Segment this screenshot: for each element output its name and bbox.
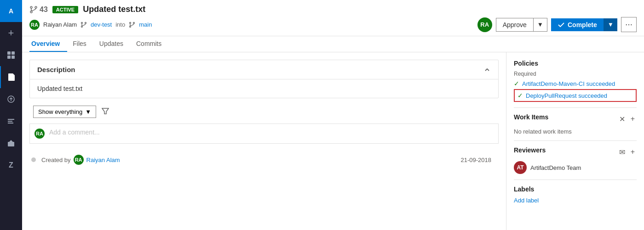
reviewers-header: Reviewers ✉ + <box>514 146 637 157</box>
required-label: Required <box>514 71 637 77</box>
no-work-items-text: No related work items <box>514 128 637 135</box>
complete-button[interactable]: Complete <box>551 18 604 31</box>
pr-title: Updated test.txt <box>83 5 145 14</box>
sidebar-item-testplans[interactable] <box>0 110 22 132</box>
current-user-avatar: RA <box>477 17 492 32</box>
svg-rect-0 <box>7 51 11 55</box>
add-label-link[interactable]: Add label <box>514 197 539 204</box>
meta-left: RA Raiyan Alam dev-test into main <box>29 20 152 30</box>
status-badge: ACTIVE <box>52 6 78 13</box>
svg-rect-1 <box>12 51 15 55</box>
sidebar-avatar[interactable]: A <box>0 0 22 22</box>
policy-item-2-highlighted: ✓ DeployPullRequest succeeded <box>514 89 637 102</box>
meta-right: RA Approve ▼ Complete ▼ ⋯ <box>477 17 637 32</box>
branch-icon <box>80 22 87 28</box>
activity-section: Show everything ▼ RA Add a comment... <box>29 106 499 168</box>
work-items-heading: Work Items <box>514 113 548 121</box>
tab-overview[interactable]: Overview <box>29 36 67 52</box>
reviewer-item-1: AT ArtifactDemo Team <box>514 161 637 174</box>
svg-point-11 <box>81 22 82 23</box>
complete-icon <box>558 21 565 28</box>
svg-point-16 <box>133 22 135 23</box>
created-by-label: Created by <box>41 157 71 163</box>
policy-link-2[interactable]: DeployPullRequest succeeded <box>526 92 607 99</box>
svg-rect-6 <box>8 142 14 146</box>
sidebar-item-add[interactable]: + <box>0 22 22 44</box>
svg-rect-2 <box>7 56 11 59</box>
body-area: Description Updated test.txt Show everyt… <box>22 52 644 230</box>
reviewers-heading: Reviewers <box>514 146 546 154</box>
timeline-dot <box>31 157 36 162</box>
pr-icon: 43 <box>29 6 48 14</box>
target-branch-link[interactable]: main <box>139 21 152 28</box>
title-row: 43 ACTIVE Updated test.txt <box>29 0 637 17</box>
check-icon-2: ✓ <box>518 92 523 99</box>
tab-files[interactable]: Files <box>71 36 94 52</box>
more-actions-button[interactable]: ⋯ <box>621 17 637 32</box>
approve-button[interactable]: Approve <box>496 18 534 32</box>
meta-row: RA Raiyan Alam dev-test into main RA App… <box>29 17 637 36</box>
pr-number: 43 <box>40 6 48 14</box>
sidebar-item-boards[interactable] <box>0 44 22 66</box>
description-title: Description <box>37 66 75 73</box>
comment-avatar: RA <box>34 129 45 139</box>
author-avatar: RA <box>29 20 40 30</box>
sidebar: A + Ζ <box>0 0 22 230</box>
comment-input[interactable]: Add a comment... <box>49 129 494 136</box>
sidebar-item-repos[interactable] <box>0 66 22 88</box>
tabs-bar: Overview Files Updates Commits <box>22 36 644 52</box>
divider-3 <box>514 180 637 180</box>
main-content: 43 ACTIVE Updated test.txt RA Raiyan Ala… <box>22 0 644 230</box>
complete-dropdown-button[interactable]: ▼ <box>604 18 617 31</box>
reviewer-name-1: ArtifactDemo Team <box>530 164 581 171</box>
policies-heading: Policies <box>514 60 637 67</box>
show-everything-dropdown[interactable]: Show everything ▼ <box>33 106 96 118</box>
labels-heading: Labels <box>514 185 637 193</box>
timeline-text: Created by RA Raiyan Alam <box>41 155 455 165</box>
branch-icon-2 <box>129 22 135 28</box>
svg-marker-19 <box>102 108 109 114</box>
complete-button-group: Complete ▼ <box>551 18 617 31</box>
svg-point-9 <box>30 11 32 13</box>
reviewer-avatar-1: AT <box>514 161 527 174</box>
topbar: 43 ACTIVE Updated test.txt RA Raiyan Ala… <box>22 0 644 36</box>
work-items-close-button[interactable]: ✕ <box>617 115 627 123</box>
reviewers-email-button[interactable]: ✉ <box>617 148 627 157</box>
collapse-icon[interactable] <box>483 66 491 73</box>
description-body: Updated test.txt <box>30 79 498 98</box>
svg-point-15 <box>130 22 131 23</box>
timeline-date: 21-09-2018 <box>461 157 499 163</box>
right-panel: Policies Required ✓ ArtifactDemo-Maven-C… <box>506 52 644 230</box>
approve-button-group: Approve ▼ <box>496 18 547 32</box>
approve-dropdown-button[interactable]: ▼ <box>534 18 547 32</box>
svg-point-8 <box>35 6 37 8</box>
sidebar-item-artifacts[interactable] <box>0 132 22 154</box>
tab-updates[interactable]: Updates <box>98 36 131 52</box>
sidebar-item-pipelines[interactable] <box>0 88 22 110</box>
sidebar-item-zeta[interactable]: Ζ <box>0 154 22 176</box>
author-name: Raiyan Alam <box>43 21 77 28</box>
filter-icon[interactable] <box>102 107 109 116</box>
policy-link-1[interactable]: ArtifactDemo-Maven-CI succeeded <box>522 80 615 87</box>
activity-filter: Show everything ▼ <box>29 106 499 118</box>
check-icon-1: ✓ <box>514 80 519 87</box>
reviewers-add-button[interactable]: + <box>629 148 637 157</box>
svg-point-7 <box>30 6 32 8</box>
work-items-header: Work Items ✕ + <box>514 113 637 124</box>
timeline-author-name[interactable]: Raiyan Alam <box>86 157 120 163</box>
description-header: Description <box>30 60 498 79</box>
svg-point-13 <box>81 26 82 27</box>
svg-point-12 <box>85 22 86 23</box>
tab-commits[interactable]: Commits <box>134 36 169 52</box>
timeline-item: Created by RA Raiyan Alam 21-09-2018 <box>29 151 499 168</box>
svg-rect-3 <box>12 56 15 59</box>
divider-1 <box>514 107 637 108</box>
source-branch-link[interactable]: dev-test <box>91 21 112 28</box>
svg-point-17 <box>130 26 131 27</box>
divider-2 <box>514 140 637 141</box>
comment-box: RA Add a comment... <box>29 123 499 144</box>
description-card: Description Updated test.txt <box>29 60 499 98</box>
into-label: into <box>115 21 125 28</box>
work-items-add-button[interactable]: + <box>629 115 637 123</box>
center-panel: Description Updated test.txt Show everyt… <box>22 52 506 230</box>
